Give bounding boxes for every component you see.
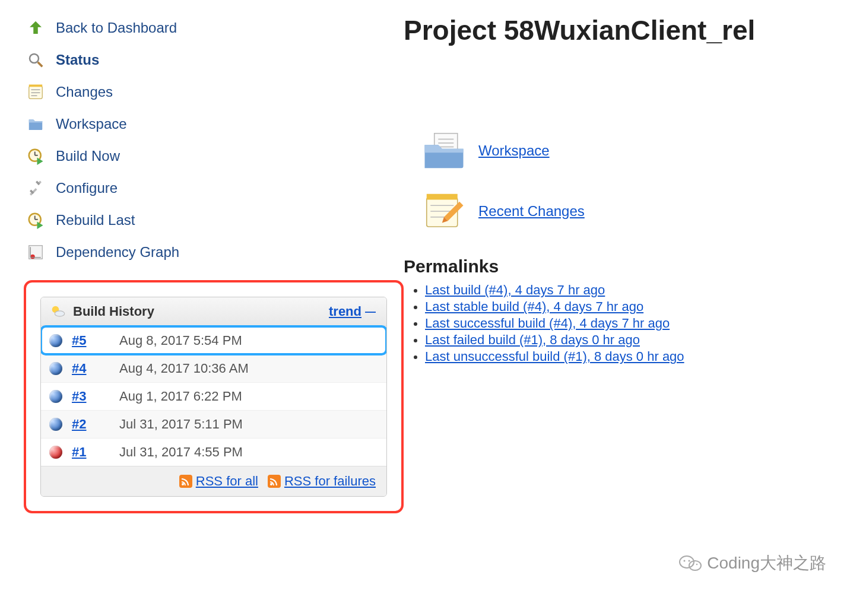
svg-point-14	[30, 255, 35, 259]
build-history-row[interactable]: #3Aug 1, 2017 6:22 PM	[41, 382, 386, 410]
nav-build-now[interactable]: Build Now	[24, 140, 404, 172]
build-number-link[interactable]: #2	[72, 417, 119, 432]
build-number-link[interactable]: #5	[72, 333, 119, 348]
build-timestamp: Jul 31, 2017 4:55 PM	[119, 444, 243, 460]
build-number-link[interactable]: #1	[72, 444, 119, 460]
workspace-link[interactable]: Workspace	[478, 142, 550, 159]
nav-changes[interactable]: Changes	[24, 76, 404, 108]
search-icon	[24, 51, 47, 69]
build-number-link[interactable]: #3	[72, 389, 119, 404]
permalink-link[interactable]: Last stable build (#4), 4 days 7 hr ago	[425, 299, 643, 314]
build-history-row[interactable]: #5Aug 8, 2017 5:54 PM	[41, 326, 386, 354]
permalink-item: Last unsuccessful build (#1), 8 days 0 h…	[425, 349, 850, 364]
build-status-ball-icon	[49, 334, 62, 347]
rss-icon	[268, 475, 281, 488]
nav-label: Configure	[56, 180, 118, 196]
quicklink-workspace[interactable]: Workspace	[420, 129, 850, 172]
nav-rebuild-last[interactable]: Rebuild Last	[24, 204, 404, 236]
permalink-link[interactable]: Last failed build (#1), 8 days 0 hr ago	[425, 332, 640, 347]
permalink-item: Last successful build (#4), 4 days 7 hr …	[425, 316, 850, 331]
permalink-item: Last build (#4), 4 days 7 hr ago	[425, 282, 850, 298]
watermark: Coding大神之路	[678, 552, 826, 574]
notepad-icon	[24, 83, 47, 101]
up-arrow-icon	[24, 19, 47, 37]
wechat-icon	[678, 554, 702, 573]
trend-link[interactable]: trend	[329, 304, 361, 319]
build-status-ball-icon	[49, 418, 62, 431]
build-history-panel: Build History trend — #5Aug 8, 2017 5:54…	[40, 297, 387, 497]
build-history-header: Build History trend —	[41, 297, 386, 326]
permalinks-heading: Permalinks	[404, 256, 850, 277]
build-history-row[interactable]: #2Jul 31, 2017 5:11 PM	[41, 410, 386, 438]
build-timestamp: Aug 1, 2017 6:22 PM	[119, 389, 242, 404]
nav-workspace[interactable]: Workspace	[24, 108, 404, 140]
nav-label: Dependency Graph	[56, 244, 179, 261]
permalinks-list: Last build (#4), 4 days 7 hr agoLast sta…	[425, 282, 850, 364]
nav-label: Back to Dashboard	[56, 20, 177, 36]
svg-point-33	[696, 564, 697, 565]
build-status-ball-icon	[49, 446, 62, 459]
page-title: Project 58WuxianClient_rel	[404, 14, 850, 46]
svg-rect-6	[29, 85, 43, 87]
nav-label: Changes	[56, 84, 113, 100]
graph-icon	[24, 243, 47, 261]
nav-configure[interactable]: Configure	[24, 172, 404, 204]
quick-links: Workspace Recent Changes	[420, 129, 850, 233]
svg-point-30	[684, 560, 686, 562]
nav-back-to-dashboard[interactable]: Back to Dashboard	[24, 12, 404, 44]
rss-failures-link[interactable]: RSS for failures	[284, 474, 376, 489]
rss-all-link[interactable]: RSS for all	[196, 474, 258, 489]
build-number-link[interactable]: #4	[72, 361, 119, 376]
build-status-ball-icon	[49, 362, 62, 375]
notepad-pencil-icon	[420, 190, 468, 233]
collapse-icon[interactable]: —	[365, 306, 376, 318]
svg-point-18	[55, 311, 64, 316]
build-timestamp: Aug 8, 2017 5:54 PM	[119, 333, 242, 348]
clock-play-icon	[24, 147, 47, 165]
tools-icon	[24, 179, 47, 197]
build-status-ball-icon	[49, 390, 62, 403]
build-history-footer: RSS for all RSS for failures	[41, 466, 386, 496]
svg-point-29	[689, 561, 701, 570]
build-history-row[interactable]: #1Jul 31, 2017 4:55 PM	[41, 438, 386, 466]
recent-changes-link[interactable]: Recent Changes	[478, 203, 585, 220]
clock-play-icon	[24, 211, 47, 229]
weather-icon	[49, 303, 66, 320]
permalink-link[interactable]: Last build (#4), 4 days 7 hr ago	[425, 282, 605, 297]
nav-label: Build Now	[56, 148, 120, 164]
svg-rect-24	[427, 194, 458, 200]
nav-status[interactable]: Status	[24, 44, 404, 76]
folder-icon	[24, 115, 47, 133]
permalink-link[interactable]: Last successful build (#4), 4 days 7 hr …	[425, 316, 670, 331]
nav-label: Workspace	[56, 116, 127, 132]
permalink-item: Last failed build (#1), 8 days 0 hr ago	[425, 332, 850, 348]
nav-label: Rebuild Last	[56, 212, 135, 228]
quicklink-recent-changes[interactable]: Recent Changes	[420, 190, 850, 233]
build-timestamp: Aug 4, 2017 10:36 AM	[119, 361, 249, 376]
svg-point-0	[30, 54, 39, 63]
nav-dependency-graph[interactable]: Dependency Graph	[24, 236, 404, 268]
svg-line-1	[38, 62, 43, 67]
svg-point-31	[689, 560, 690, 562]
build-history-highlight: Build History trend — #5Aug 8, 2017 5:54…	[24, 280, 404, 513]
permalinks-section: Permalinks Last build (#4), 4 days 7 hr …	[404, 256, 850, 364]
build-history-title: Build History	[73, 304, 329, 319]
build-history-row[interactable]: #4Aug 4, 2017 10:36 AM	[41, 354, 386, 382]
main-content: Project 58WuxianClient_rel Workspace	[404, 0, 850, 366]
svg-point-32	[693, 564, 694, 565]
watermark-text: Coding大神之路	[707, 552, 826, 574]
folder-document-icon	[420, 129, 468, 172]
nav-label: Status	[56, 52, 99, 68]
permalink-item: Last stable build (#4), 4 days 7 hr ago	[425, 299, 850, 315]
permalink-link[interactable]: Last unsuccessful build (#1), 8 days 0 h…	[425, 349, 684, 364]
sidebar: Back to Dashboard Status Changes Workspa…	[0, 0, 404, 513]
build-timestamp: Jul 31, 2017 5:11 PM	[119, 417, 243, 432]
rss-icon	[179, 475, 192, 488]
